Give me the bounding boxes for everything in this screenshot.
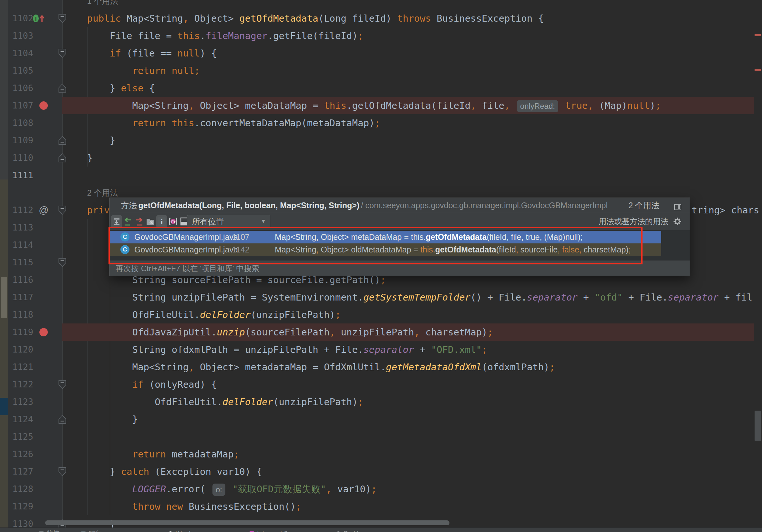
usage-count-inlay[interactable]: 1 个用法 bbox=[87, 0, 118, 10]
chevron-down-icon: ▼ bbox=[261, 215, 266, 228]
show-info-icon[interactable]: i bbox=[156, 215, 167, 228]
code-text: return metadataMap; bbox=[132, 445, 240, 463]
line-number[interactable]: 1111 bbox=[0, 167, 33, 184]
line-number[interactable]: 1115 bbox=[0, 254, 33, 271]
fold-collapse-icon[interactable] bbox=[58, 206, 66, 216]
status-bar-item[interactable]: 57行 bbox=[81, 529, 102, 532]
fold-expand-icon[interactable] bbox=[58, 415, 66, 425]
line-number[interactable]: 1122 bbox=[0, 376, 33, 393]
status-bar-item-label: 57行 bbox=[89, 530, 102, 532]
line-number[interactable]: 1110 bbox=[0, 149, 33, 167]
group-by-icon[interactable] bbox=[145, 215, 156, 228]
usage-inlay-hint[interactable]: 1 个用法 bbox=[0, 0, 762, 10]
fold-collapse-icon[interactable] bbox=[58, 14, 66, 24]
code-line[interactable]: 1102Ipublic Map<String, Object> getOfdMe… bbox=[0, 10, 762, 27]
code-line[interactable]: 1128LOGGER.error( o: "获取OFD元数据失败", var10… bbox=[0, 480, 762, 498]
previous-occurrence-icon[interactable] bbox=[122, 215, 133, 228]
code-line[interactable]: 1117String unzipFilePath = SystemEnviron… bbox=[0, 289, 762, 306]
line-number[interactable]: 1106 bbox=[0, 79, 33, 97]
usage-count-badge: 2 个用法 bbox=[628, 198, 659, 213]
line-number[interactable]: 1118 bbox=[0, 306, 33, 324]
implements-method-icon[interactable]: I bbox=[32, 13, 46, 25]
code-text-fragment: tring> chars bbox=[692, 201, 759, 219]
fold-collapse-icon[interactable] bbox=[58, 380, 66, 390]
code-line[interactable]: 1121Map<String, Object> metadataMap = Of… bbox=[0, 358, 762, 376]
line-number[interactable]: 1114 bbox=[0, 236, 33, 254]
code-line[interactable]: 1118OfdFileUtil.delFolder(unzipFilePath)… bbox=[0, 306, 762, 324]
vertical-scrollbar-thumb[interactable] bbox=[755, 411, 761, 441]
member-type-label: 方法 bbox=[121, 201, 137, 210]
line-number[interactable]: 1113 bbox=[0, 219, 33, 236]
breakpoint-icon[interactable] bbox=[39, 328, 48, 337]
next-occurrence-icon[interactable] bbox=[134, 215, 145, 228]
line-number[interactable]: 1119 bbox=[0, 324, 33, 341]
code-line[interactable]: 1126return metadataMap; bbox=[0, 445, 762, 463]
code-line[interactable]: 1125 bbox=[0, 428, 762, 445]
code-line[interactable]: 1129throw new BusinessException(); bbox=[0, 498, 762, 515]
code-line[interactable]: 1127} catch (Exception var10) { bbox=[0, 463, 762, 480]
method-signature: getOfdMetadata(Long, File, boolean, Map<… bbox=[138, 201, 359, 210]
code-text: LOGGER.error( o: "获取OFD元数据失败", var10); bbox=[132, 480, 377, 498]
fold-collapse-icon[interactable] bbox=[58, 467, 66, 478]
line-number[interactable]: 1120 bbox=[0, 341, 33, 358]
fold-expand-icon[interactable] bbox=[58, 136, 66, 146]
code-line[interactable]: 1110} bbox=[0, 149, 762, 167]
code-line[interactable]: 1120String ofdxmlPath = unzipFilePath + … bbox=[0, 341, 762, 358]
fold-collapse-icon[interactable] bbox=[58, 49, 66, 59]
error-stripe-mark[interactable] bbox=[755, 69, 761, 71]
line-number[interactable]: 1105 bbox=[0, 62, 33, 79]
open-in-toolwindow-icon[interactable] bbox=[111, 215, 122, 228]
line-number[interactable]: 1117 bbox=[0, 289, 33, 306]
fold-expand-icon[interactable] bbox=[58, 84, 66, 94]
line-number[interactable]: 1102 bbox=[0, 10, 33, 27]
open-in-window-icon[interactable] bbox=[674, 202, 682, 213]
code-line[interactable]: 1122if (onlyRead) { bbox=[0, 376, 762, 393]
line-number[interactable]: 1126 bbox=[0, 445, 33, 463]
breakpoint-icon[interactable] bbox=[39, 101, 48, 110]
line-number[interactable]: 1104 bbox=[0, 44, 33, 62]
status-bar-item[interactable]: Intercept 2 bbox=[249, 529, 288, 532]
code-text: public Map<String, Object> getOfdMetadat… bbox=[87, 10, 544, 27]
error-stripe-mark[interactable] bbox=[755, 34, 761, 36]
fold-expand-icon[interactable] bbox=[58, 153, 66, 164]
horizontal-scrollbar-thumb[interactable] bbox=[45, 520, 449, 525]
code-line[interactable]: 1123OfdFileUtil.delFolder(unzipFilePath)… bbox=[0, 393, 762, 411]
line-number[interactable]: 1112 bbox=[0, 201, 33, 219]
line-number[interactable]: 1108 bbox=[0, 114, 33, 132]
code-line[interactable]: 1103File file = this.fileManager.getFile… bbox=[0, 27, 762, 44]
code-line[interactable]: 1108return this.convertMetaDataMap(metaD… bbox=[0, 114, 762, 132]
status-bar-item[interactable]: Profile bbox=[336, 529, 362, 532]
status-bar-item[interactable]: Windows bbox=[168, 529, 202, 532]
popup-header[interactable]: 方法 getOfdMetadata(Long, File, boolean, M… bbox=[110, 198, 690, 213]
svg-text:m: m bbox=[171, 219, 175, 224]
line-number[interactable]: 1121 bbox=[0, 358, 33, 376]
code-line[interactable]: 1109} bbox=[0, 132, 762, 149]
code-text: return null; bbox=[132, 62, 200, 79]
code-line[interactable]: 1111 bbox=[0, 167, 762, 184]
line-number[interactable]: 1124 bbox=[0, 411, 33, 428]
line-number[interactable]: 1107 bbox=[0, 97, 33, 114]
line-number[interactable]: 1128 bbox=[0, 480, 33, 498]
line-number[interactable]: 1103 bbox=[0, 27, 33, 44]
parameter-name-hint: onlyRead: bbox=[517, 100, 558, 112]
line-number[interactable]: 1125 bbox=[0, 428, 33, 445]
line-number[interactable]: 1129 bbox=[0, 498, 33, 515]
code-line[interactable]: 1105return null; bbox=[0, 62, 762, 79]
line-number[interactable]: 1123 bbox=[0, 393, 33, 411]
code-line[interactable]: 1104if (file == null) { bbox=[0, 44, 762, 62]
code-line[interactable]: 1106} else { bbox=[0, 79, 762, 97]
status-bar-item-label: Windows bbox=[176, 530, 202, 532]
gear-icon[interactable] bbox=[673, 217, 682, 227]
fold-collapse-icon[interactable] bbox=[58, 258, 66, 268]
scope-dropdown[interactable]: 所有位置 ▼ bbox=[187, 215, 270, 228]
line-number[interactable]: 1109 bbox=[0, 132, 33, 149]
line-number[interactable]: 1116 bbox=[0, 271, 33, 289]
code-line[interactable]: 1124} bbox=[0, 411, 762, 428]
status-bar-item[interactable]: 监控 bbox=[39, 529, 59, 532]
merge-usages-icon[interactable]: m bbox=[168, 215, 179, 228]
code-line[interactable]: 1119OfdJavaZipUtil.unzip(sourceFilePath,… bbox=[0, 324, 762, 341]
line-number[interactable]: 1127 bbox=[0, 463, 33, 480]
status-bar: 监控57行WindowsIntercept 2Profile bbox=[0, 527, 762, 532]
svg-text:i: i bbox=[161, 218, 163, 225]
code-line[interactable]: 1107Map<String, Object> metaDataMap = th… bbox=[0, 97, 762, 114]
